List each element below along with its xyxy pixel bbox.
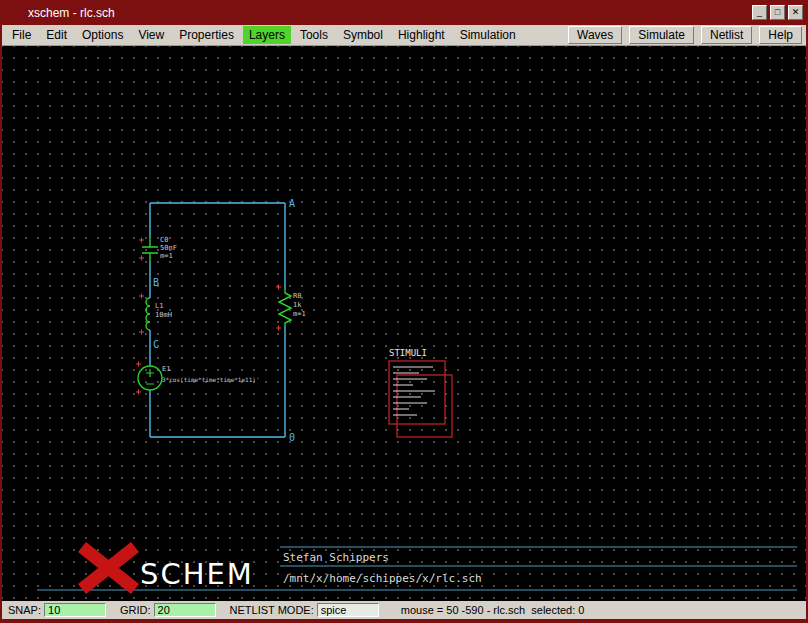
titleblock-author: Stefan Schippers [283, 551, 389, 564]
help-button[interactable]: Help [759, 26, 802, 44]
close-icon[interactable]: ✕ [788, 5, 803, 20]
mouse-status-text: mouse = 50 -590 - rlc.sch selected: 0 [401, 604, 585, 616]
menu-highlight[interactable]: Highlight [392, 26, 451, 44]
grid-label: GRID: [120, 604, 151, 616]
drawing-canvas[interactable]: C0 50nF m=1 B L1 10mH C [2, 46, 806, 601]
menu-layers[interactable]: Layers [243, 26, 291, 44]
menu-tools[interactable]: Tools [294, 26, 334, 44]
node-label-c[interactable]: C [153, 339, 159, 350]
menubar: File Edit Options View Properties Layers… [2, 25, 806, 46]
maximize-icon[interactable]: □ [770, 5, 785, 20]
menu-simulation[interactable]: Simulation [454, 26, 522, 44]
menu-edit[interactable]: Edit [40, 26, 73, 44]
waves-button[interactable]: Waves [568, 26, 622, 44]
capacitor-mult: m=1 [160, 252, 173, 260]
titlebar[interactable]: xschem - rlc.sch _ □ ✕ [0, 0, 808, 25]
component-resistor[interactable]: R0 1k m=1 [276, 285, 306, 331]
schematic-svg[interactable]: C0 50nF m=1 B L1 10mH C [2, 46, 806, 601]
source-polarity-marks [146, 369, 154, 384]
menu-options[interactable]: Options [76, 26, 129, 44]
netlist-button[interactable]: Netlist [701, 26, 752, 44]
menu-symbol[interactable]: Symbol [337, 26, 389, 44]
netlist-mode-label: NETLIST MODE: [230, 604, 314, 616]
inductor-ref: L1 [155, 302, 163, 310]
title-block[interactable]: SCHEM Stefan Schippers /mnt/x/home/schip… [37, 547, 797, 591]
statusbar: SNAP: GRID: NETLIST MODE: mouse = 50 -59… [2, 601, 806, 619]
capacitor-pin-marks [139, 238, 144, 261]
logo-text: SCHEM [140, 557, 254, 591]
node-label-gnd[interactable]: 0 [289, 432, 295, 443]
menu-file[interactable]: File [6, 26, 37, 44]
resistor-mult: m=1 [293, 310, 306, 318]
node-label-a[interactable]: A [289, 198, 295, 209]
resistor-ref: R0 [293, 292, 301, 300]
stimuli-text-lines [393, 367, 435, 415]
xschem-window: xschem - rlc.sch _ □ ✕ File Edit Options… [0, 0, 808, 623]
stimuli-block[interactable]: STIMULI [389, 348, 452, 437]
simulate-button[interactable]: Simulate [629, 26, 694, 44]
minimize-icon[interactable]: _ [752, 5, 767, 20]
inductor-pin-marks [139, 294, 144, 335]
snap-label: SNAP: [8, 604, 41, 616]
grid-input[interactable] [154, 603, 216, 617]
capacitor-value: 50nF [160, 244, 177, 252]
node-label-b[interactable]: B [153, 277, 159, 288]
component-capacitor[interactable]: C0 50nF m=1 [139, 236, 177, 262]
snap-input[interactable] [44, 603, 106, 617]
source-ref: E1 [162, 365, 170, 373]
window-controls: _ □ ✕ [752, 5, 808, 20]
window-title: xschem - rlc.sch [0, 6, 752, 20]
stimuli-label: STIMULI [389, 348, 427, 358]
wire-net[interactable] [150, 203, 285, 437]
inductor-value: 10mH [155, 311, 172, 319]
menu-view[interactable]: View [132, 26, 170, 44]
source-value: 3*cos(time*time*time*1e11)' [162, 376, 260, 383]
resistor-pin-marks [276, 285, 281, 331]
xschem-logo-icon: SCHEM [82, 547, 254, 591]
resistor-value: 1k [293, 301, 302, 309]
capacitor-ref: C0 [160, 236, 168, 244]
titleblock-path: /mnt/x/home/schippes/x/rlc.sch [283, 572, 482, 585]
menu-properties[interactable]: Properties [173, 26, 240, 44]
netlist-mode-input[interactable] [317, 603, 379, 617]
component-inductor[interactable]: L1 10mH [139, 294, 172, 335]
component-source[interactable]: E1 3*cos(time*time*time*1e11)' [136, 362, 260, 395]
